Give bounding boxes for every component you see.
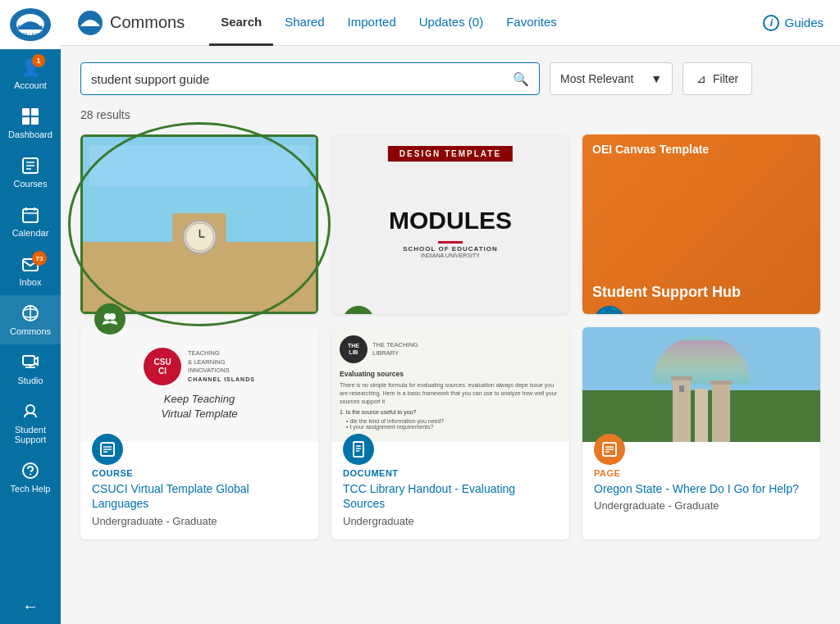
card-4-type-label: COURSE [92, 468, 307, 478]
sidebar-item-studio[interactable]: Studio [0, 344, 61, 394]
card-6-body: PAGE Oregon State - Where Do I Go for He… [582, 442, 820, 524]
svg-rect-4 [22, 108, 30, 116]
student-support-label: Student Support [3, 425, 57, 444]
card-6-title: Oregon State - Where Do I Go for Help? [594, 481, 809, 496]
tech-help-label: Tech Help [11, 484, 51, 494]
nav-link-favorites[interactable]: Favorites [495, 0, 568, 46]
top-navigation: Commons Search Shared Imported Updates (… [61, 0, 840, 46]
sidebar-item-tech-help[interactable]: Tech Help [0, 453, 61, 502]
commons-label: Commons [10, 326, 51, 336]
app-title: Commons [77, 10, 185, 36]
sidebar-item-calendar[interactable]: Calendar [0, 197, 61, 246]
card-5-thumbnail: THELIB THE TEACHINGLIBRARY Evaluating so… [331, 327, 569, 442]
card-4-grade: Undergraduate - Graduate [92, 515, 307, 527]
card-3[interactable]: OEI Canvas Template Student Support Hub … [582, 134, 820, 314]
sidebar-item-student-support[interactable]: Student Support [0, 394, 61, 453]
nav-link-imported[interactable]: Imported [336, 0, 408, 46]
content-area: 🔍 Most Relevant ▼ ⊿ Filter 28 results [61, 46, 840, 624]
inbox-icon: 73 [21, 254, 40, 274]
account-label: Account [14, 80, 47, 90]
sidebar-item-commons[interactable]: Commons [0, 295, 61, 344]
card-2[interactable]: DESIGN TEMPLATE MODULES SCHOOL OF EDUCAT… [331, 134, 569, 314]
inbox-label: Inbox [20, 277, 42, 287]
card-1-type-icon [94, 303, 126, 335]
card-3-thumbnail: OEI Canvas Template Student Support Hub [582, 134, 820, 314]
search-input[interactable] [91, 72, 513, 86]
card-4-title: CSUCI Virtual Template Global Languages [92, 481, 307, 511]
commons-icon [21, 303, 40, 323]
sidebar: MiraCosta COLLEGE 👤 1 Account Dashboard … [0, 0, 61, 624]
card-5[interactable]: THELIB THE TEACHINGLIBRARY Evaluating so… [331, 327, 569, 539]
svg-text:MiraCosta: MiraCosta [15, 24, 47, 31]
card-5-type-label: DOCUMENT [343, 468, 558, 478]
card-4[interactable]: CSUCI TEACHING& LEARNINGINNOVATIONSCHANN… [80, 327, 318, 539]
card-4-type-icon [92, 434, 123, 465]
search-icon: 🔍 [513, 71, 529, 87]
sidebar-collapse-button[interactable]: ← [0, 589, 61, 624]
sort-dropdown[interactable]: Most Relevant ▼ [550, 62, 673, 95]
top-nav-links: Search Shared Imported Updates (0) Favor… [209, 0, 763, 46]
card-6[interactable]: PAGE Oregon State - Where Do I Go for He… [582, 327, 820, 539]
card-5-title: TCC Library Handout - Evaluating Sources [343, 481, 558, 511]
sidebar-item-dashboard[interactable]: Dashboard [0, 98, 61, 148]
card-4-body: COURSE CSUCI Virtual Template Global Lan… [80, 442, 318, 539]
sidebar-item-account[interactable]: 👤 1 Account [0, 49, 61, 98]
nav-link-search[interactable]: Search [209, 0, 273, 46]
card-5-type-icon [343, 434, 374, 465]
card-6-thumbnail [582, 327, 820, 442]
search-box[interactable]: 🔍 [80, 62, 540, 95]
sidebar-item-courses[interactable]: Courses [0, 148, 61, 197]
svg-point-30 [109, 313, 116, 320]
svg-rect-5 [31, 108, 39, 116]
dashboard-icon [21, 107, 40, 126]
calendar-label: Calendar [12, 228, 49, 238]
nav-link-updates[interactable]: Updates (0) [408, 0, 495, 46]
courses-label: Courses [14, 179, 48, 189]
svg-point-24 [30, 474, 31, 476]
filter-label: Filter [713, 72, 738, 85]
svg-rect-12 [23, 209, 38, 222]
nav-link-shared[interactable]: Shared [273, 0, 336, 46]
main-area: Commons Search Shared Imported Updates (… [61, 0, 840, 624]
svg-rect-6 [22, 117, 30, 125]
card-5-grade: Undergraduate [343, 515, 558, 527]
student-support-icon [21, 402, 40, 421]
commons-logo-icon [77, 10, 103, 36]
card-6-grade: Undergraduate - Graduate [594, 499, 809, 512]
card-2-thumbnail: DESIGN TEMPLATE MODULES SCHOOL OF EDUCAT… [331, 134, 569, 314]
collapse-icon: ← [22, 597, 39, 616]
results-count: 28 results [80, 108, 820, 121]
sidebar-item-inbox[interactable]: 73 Inbox [0, 246, 61, 295]
svg-rect-7 [31, 117, 39, 125]
app-name: Commons [110, 13, 185, 32]
calendar-icon [21, 205, 40, 225]
inbox-badge: 73 [32, 251, 47, 266]
account-icon: 👤 1 [21, 57, 40, 77]
guides-label: Guides [784, 16, 824, 30]
sidebar-logo: MiraCosta COLLEGE [0, 0, 61, 49]
svg-rect-19 [23, 356, 34, 365]
guides-link[interactable]: i Guides [763, 15, 824, 31]
filter-button[interactable]: ⊿ Filter [682, 62, 752, 95]
tech-help-icon [21, 461, 40, 481]
card-6-type-label: PAGE [594, 468, 809, 478]
cards-grid: MODULE Student Support Guide Undergradua… [80, 134, 820, 540]
card-4-thumbnail: CSUCI TEACHING& LEARNINGINNOVATIONSCHANN… [80, 327, 318, 442]
card-6-type-icon [594, 434, 625, 465]
card-5-body: DOCUMENT TCC Library Handout - Evaluatin… [331, 442, 569, 539]
studio-icon [21, 353, 40, 372]
courses-icon [21, 156, 40, 175]
studio-label: Studio [17, 376, 43, 385]
account-badge: 1 [32, 54, 45, 67]
filter-icon: ⊿ [696, 72, 706, 85]
svg-rect-41 [354, 442, 363, 457]
card-1[interactable]: MODULE Student Support Guide Undergradua… [80, 134, 318, 314]
miracosta-logo-icon: MiraCosta COLLEGE [9, 7, 52, 43]
info-icon: i [763, 15, 779, 31]
card-1-thumbnail [83, 137, 316, 312]
svg-text:COLLEGE: COLLEGE [19, 32, 42, 37]
dashboard-label: Dashboard [8, 130, 52, 139]
sort-selected-label: Most Relevant [560, 72, 633, 85]
svg-point-22 [26, 405, 34, 413]
search-row: 🔍 Most Relevant ▼ ⊿ Filter [80, 62, 820, 95]
